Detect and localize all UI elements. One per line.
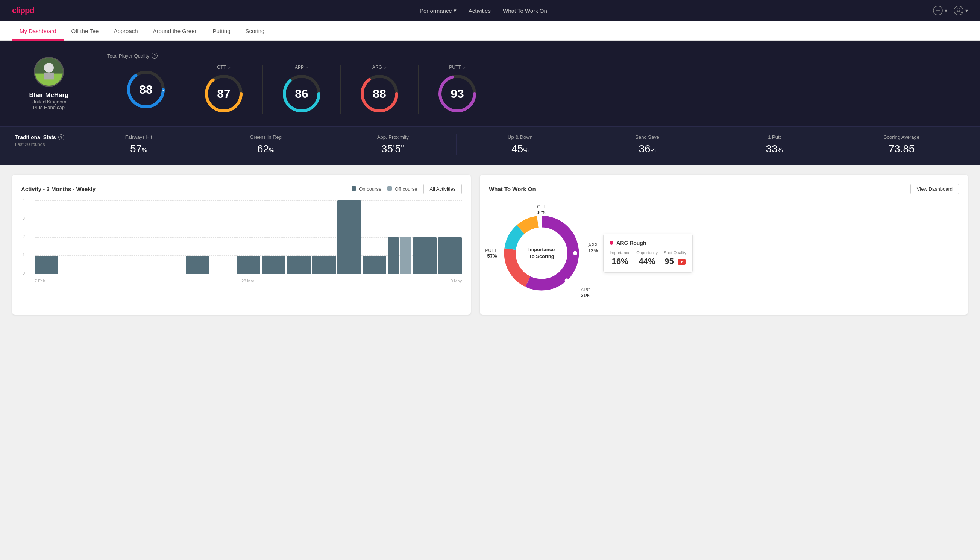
- stat-item: App. Proximity 35'5": [329, 134, 456, 155]
- stats-help-icon[interactable]: ?: [58, 134, 64, 140]
- gauge-ott-circle: 87: [203, 73, 245, 114]
- activity-chart-title: Activity - 3 Months - Weekly: [21, 186, 95, 192]
- stat-item: Sand Save 36%: [584, 134, 711, 155]
- bar-group: [337, 200, 361, 274]
- gauge-ott: OTT ↗ 87: [185, 65, 263, 114]
- tab-approach[interactable]: Approach: [106, 21, 145, 41]
- donut-center-label: Importance To Scoring: [528, 246, 555, 260]
- oncourse-legend-dot: [352, 186, 356, 191]
- bar-oncourse: [438, 237, 462, 274]
- bar-group: [236, 256, 260, 274]
- bar-oncourse: [35, 256, 58, 274]
- tab-off-the-tee[interactable]: Off the Tee: [64, 21, 106, 41]
- bar-offcourse: [400, 237, 411, 274]
- tpq-help-icon[interactable]: ?: [151, 53, 158, 59]
- tab-scoring[interactable]: Scoring: [238, 21, 272, 41]
- x-label: 9 May: [451, 279, 462, 283]
- stat-item: Greens In Reg 62%: [202, 134, 329, 155]
- tab-putting[interactable]: Putting: [205, 21, 238, 41]
- user-menu-button[interactable]: ▾: [953, 5, 968, 16]
- bar-oncourse: [413, 237, 437, 274]
- bar-oncourse: [236, 256, 260, 274]
- bars-container: [35, 200, 462, 274]
- add-button[interactable]: ▾: [933, 5, 947, 16]
- stats-label-col: Traditional Stats ? Last 20 rounds: [15, 134, 75, 147]
- tpq-label: Total Player Quality ?: [107, 53, 965, 59]
- player-avatar: [34, 57, 64, 87]
- stats-grid: Fairways Hit 57% Greens In Reg 62% App. …: [75, 134, 965, 155]
- svg-rect-8: [44, 73, 54, 80]
- opportunity-metric: Opportunity 44%: [636, 250, 658, 266]
- gauge-putt-label: PUTT ↗: [449, 65, 465, 70]
- gauge-app-circle: 86: [281, 73, 322, 114]
- x-label: 28 Mar: [241, 279, 254, 283]
- bar-oncourse: [186, 256, 210, 274]
- gauge-putt-value: 93: [451, 87, 464, 101]
- bar-oncourse: [388, 237, 399, 274]
- x-label: 7 Feb: [35, 279, 45, 283]
- tab-my-dashboard[interactable]: My Dashboard: [12, 21, 64, 41]
- svg-point-25: [573, 251, 577, 255]
- gauge-putt-circle: 93: [437, 73, 478, 114]
- gauge-arg: ARG ↗ 88: [341, 65, 419, 114]
- svg-point-4: [957, 8, 960, 11]
- importance-metric: Importance 16%: [610, 250, 630, 266]
- wtwo-card-title: What To Work On: [489, 186, 536, 192]
- player-info: Blair McHarg United Kingdom Plus Handica…: [15, 57, 83, 110]
- view-dashboard-button[interactable]: View Dashboard: [910, 183, 959, 195]
- shot-quality-metric: Shot Quality 95 ▼: [664, 250, 686, 266]
- hero-section: Blair McHarg United Kingdom Plus Handica…: [0, 41, 980, 127]
- player-handicap: Plus Handicap: [33, 105, 65, 110]
- stat-item: Fairways Hit 57%: [75, 134, 202, 155]
- bar-group: [363, 256, 386, 274]
- gauge-app: APP ↗ 86: [263, 65, 341, 114]
- down-badge: ▼: [678, 259, 686, 265]
- bar-group: [413, 237, 437, 274]
- nav-activities[interactable]: Activities: [469, 8, 491, 14]
- gauge-app-label: APP ↗: [295, 65, 308, 70]
- activity-card: Activity - 3 Months - Weekly On course O…: [12, 175, 471, 315]
- bar-oncourse: [262, 256, 285, 274]
- svg-point-26: [565, 278, 569, 282]
- svg-point-24: [540, 212, 544, 215]
- stat-item: 1 Putt 33%: [711, 134, 838, 155]
- nav-performance[interactable]: Performance ▾: [420, 7, 456, 14]
- player-country: United Kingdom: [32, 99, 67, 105]
- gauge-arg-label: ARG ↗: [372, 65, 387, 70]
- tab-around-the-green[interactable]: Around the Green: [146, 21, 205, 41]
- gauge-overall-value: 88: [139, 83, 153, 97]
- wtwo-content: OTT 10% APP 12% ARG 21% PUTT: [489, 200, 959, 306]
- bar-oncourse: [287, 256, 311, 274]
- svg-point-7: [44, 63, 54, 73]
- stats-sublabel: Last 20 rounds: [15, 142, 75, 147]
- activity-legend: On course Off course: [352, 186, 418, 192]
- bar-group: [312, 256, 336, 274]
- traditional-stats: Traditional Stats ? Last 20 rounds Fairw…: [0, 127, 980, 165]
- nav-what-to-work-on[interactable]: What To Work On: [503, 8, 547, 14]
- bar-group: [35, 256, 58, 274]
- gauge-putt: PUTT ↗ 93: [419, 65, 496, 114]
- all-activities-button[interactable]: All Activities: [423, 183, 462, 195]
- dot-red: [610, 241, 613, 245]
- bar-group: [287, 256, 311, 274]
- wtwo-card-header: What To Work On View Dashboard: [489, 183, 959, 195]
- gauge-app-value: 86: [295, 87, 308, 101]
- x-labels: 7 Feb28 Mar9 May: [35, 279, 462, 283]
- info-metrics: Importance 16% Opportunity 44% Shot Qual…: [610, 250, 686, 266]
- gauge-overall: 88: [107, 69, 185, 110]
- lower-section: Activity - 3 Months - Weekly On course O…: [0, 165, 980, 324]
- activity-card-header: Activity - 3 Months - Weekly On course O…: [21, 183, 462, 195]
- arg-rough-info-card: ARG Rough Importance 16% Opportunity 44%…: [603, 233, 693, 273]
- bar-oncourse: [363, 256, 386, 274]
- app-logo[interactable]: clippd: [12, 6, 34, 15]
- bar-chart-area: 43210: [21, 200, 462, 283]
- stat-item: Scoring Average 73.85: [838, 134, 965, 155]
- gauge-arg-circle: 88: [359, 73, 400, 114]
- stat-item: Up & Down 45%: [456, 134, 584, 155]
- tabs-bar: My Dashboard Off the Tee Approach Around…: [0, 21, 980, 41]
- bar-oncourse: [312, 256, 336, 274]
- bar-group: [388, 237, 411, 274]
- what-to-work-on-card: What To Work On View Dashboard OTT 10% A…: [480, 175, 968, 315]
- bar-group: [438, 237, 462, 274]
- gauge-ott-label: OTT ↗: [217, 65, 231, 70]
